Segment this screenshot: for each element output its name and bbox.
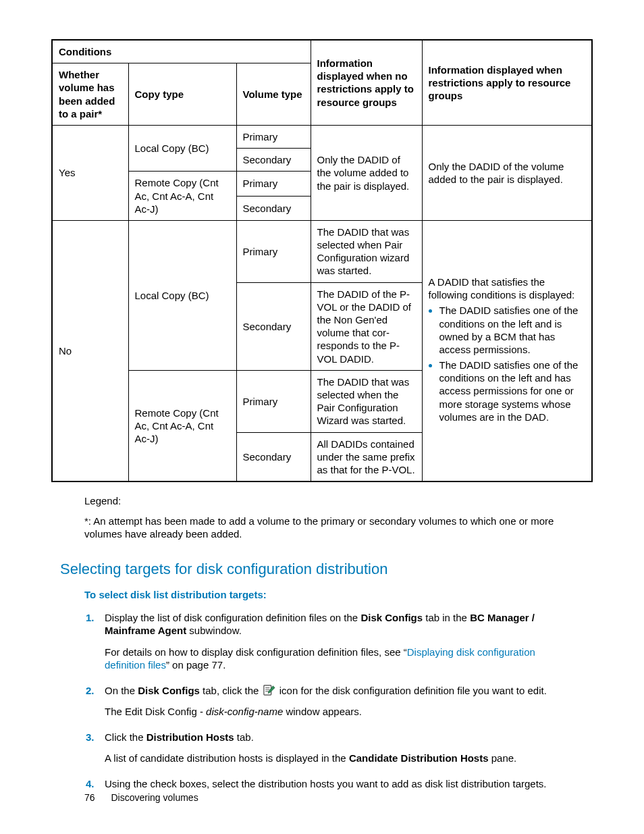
cell-remote-copy: Remote Copy (Cnt Ac, Cnt Ac-A, Cnt Ac-J) <box>128 172 236 221</box>
steps-list: 1. Display the list of disk configuratio… <box>86 611 563 791</box>
step-4-p1: Using the check boxes, select the distri… <box>105 777 563 791</box>
cell-yes-info-left: Only the DADID of the volume added to th… <box>311 125 422 220</box>
restrict-b2: The DADID satisfies one of the condi­tio… <box>439 359 586 423</box>
cell-primary: Primary <box>236 125 311 148</box>
th-whether: Whether volume has been added to a pair* <box>52 63 128 126</box>
cell-no-remote-secondary: All DADIDs contained under the same pref… <box>311 432 422 481</box>
th-restrict: Information displayed when restric­tions… <box>422 40 592 125</box>
restrict-b1: The DADID satisfies one of the condi­tio… <box>439 304 586 356</box>
step-number: 2. <box>86 684 95 698</box>
step-number: 1. <box>86 611 95 625</box>
cell-no: No <box>52 220 128 481</box>
cell-yes: Yes <box>52 125 128 220</box>
step-4: 4. Using the check boxes, select the dis… <box>86 777 563 791</box>
step-2-p2: The Edit Disk Config - disk-config-name … <box>105 705 563 719</box>
cell-no-remote-primary: The DADID that was se­lected when the Pa… <box>311 370 422 432</box>
page-footer: 76 Discovering volumes <box>84 791 198 804</box>
legend-text: *: An attempt has been made to add a vol… <box>84 515 563 541</box>
footer-title: Discovering volumes <box>111 792 198 803</box>
step-3: 3. Click the Distribution Hosts tab. A l… <box>86 731 563 765</box>
cell-no-restrict: A DADID that satisfies the following con… <box>422 220 592 481</box>
step-2-p1: On the Disk Configs tab, click the icon … <box>105 684 563 698</box>
cell-primary: Primary <box>236 172 311 196</box>
step-1-p1: Display the list of disk configuration d… <box>105 611 563 637</box>
cell-no-local-secondary: The DADID of the P-VOL or the DADID of t… <box>311 282 422 370</box>
cell-yes-info-right: Only the DADID of the volume added to th… <box>422 125 592 220</box>
cell-primary: Primary <box>236 370 311 432</box>
cell-primary: Primary <box>236 220 311 282</box>
th-conditions: Conditions <box>52 40 311 63</box>
edit-icon <box>263 684 275 696</box>
step-2: 2. On the Disk Configs tab, click the ic… <box>86 684 563 719</box>
sub-heading: To select disk list distribution targets… <box>84 588 563 602</box>
info-table: Conditions Information displayed when no… <box>51 39 593 482</box>
restrict-bullets: The DADID satisfies one of the condi­tio… <box>429 304 586 423</box>
cell-secondary: Secondary <box>236 196 311 220</box>
th-no-restrict: Information displayed when no restrictio… <box>311 40 422 125</box>
legend-label: Legend: <box>84 494 563 508</box>
th-voltype: Volume type <box>236 63 311 126</box>
cell-local-copy: Local Copy (BC) <box>128 125 236 171</box>
section-heading: Selecting targets for disk configuration… <box>60 560 563 579</box>
step-1: 1. Display the list of disk configuratio… <box>86 611 563 672</box>
cell-remote-copy: Remote Copy (Cnt Ac, Cnt Ac-A, Cnt Ac-J) <box>128 370 236 481</box>
step-1-p2: For details on how to display disk confi… <box>105 646 563 672</box>
th-copytype: Copy type <box>128 63 236 126</box>
step-number: 4. <box>86 777 95 791</box>
cell-secondary: Secondary <box>236 149 311 172</box>
cell-secondary: Secondary <box>236 432 311 481</box>
step-3-p2: A list of candidate distribution hosts i… <box>105 752 563 765</box>
cell-no-local-primary: The DADID that was se­lected when Pair C… <box>311 220 422 282</box>
step-number: 3. <box>86 731 95 744</box>
step-3-p1: Click the Distribution Hosts tab. <box>105 731 563 744</box>
restrict-intro: A DADID that satisfies the following con… <box>429 276 575 301</box>
cell-secondary: Secondary <box>236 282 311 370</box>
cell-local-copy: Local Copy (BC) <box>128 220 236 370</box>
page-number: 76 <box>84 792 95 803</box>
